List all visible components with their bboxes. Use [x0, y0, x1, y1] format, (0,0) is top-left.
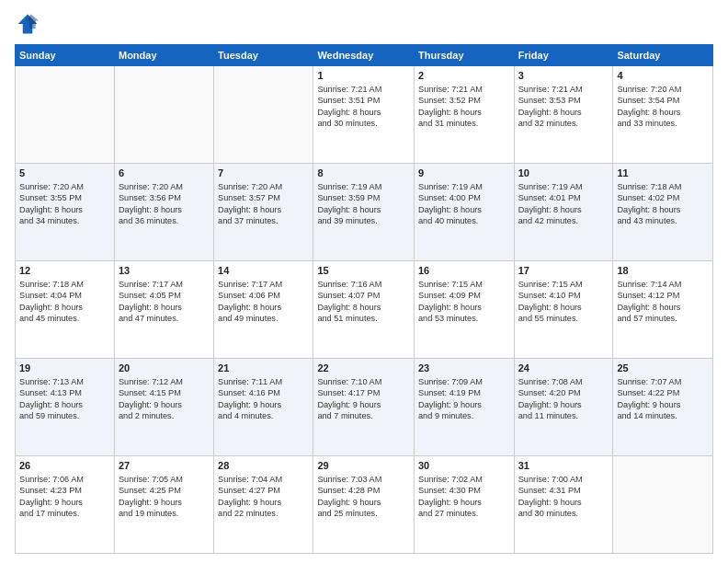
day-info: Sunrise: 7:08 AM [518, 376, 609, 387]
day-info: Daylight: 8 hours [418, 107, 510, 118]
day-cell: 14Sunrise: 7:17 AMSunset: 4:06 PMDayligh… [214, 261, 313, 359]
day-number: 15 [317, 264, 410, 278]
week-row-3: 12Sunrise: 7:18 AMSunset: 4:04 PMDayligh… [16, 261, 713, 359]
day-info: Sunset: 4:13 PM [19, 387, 110, 398]
day-number: 29 [317, 459, 410, 473]
day-header-sunday: Sunday [16, 45, 115, 66]
day-info: Sunset: 4:05 PM [119, 290, 210, 301]
day-info: Daylight: 8 hours [518, 107, 609, 118]
day-cell: 7Sunrise: 7:20 AMSunset: 3:57 PMDaylight… [214, 164, 313, 261]
day-info: and 45 minutes. [19, 313, 110, 324]
day-cell [114, 66, 213, 164]
day-number: 5 [19, 167, 110, 180]
day-cell: 2Sunrise: 7:21 AMSunset: 3:52 PMDaylight… [415, 66, 515, 164]
day-cell: 26Sunrise: 7:06 AMSunset: 4:23 PMDayligh… [16, 456, 115, 554]
day-info: Sunrise: 7:03 AM [317, 474, 410, 485]
day-info: Sunset: 4:19 PM [418, 387, 510, 398]
day-cell: 22Sunrise: 7:10 AMSunset: 4:17 PMDayligh… [313, 359, 415, 456]
day-info: Sunrise: 7:07 AM [617, 376, 709, 387]
logo [15, 11, 44, 37]
day-info: and 34 minutes. [19, 215, 110, 226]
day-header-wednesday: Wednesday [313, 45, 415, 66]
day-cell: 27Sunrise: 7:05 AMSunset: 4:25 PMDayligh… [114, 456, 213, 554]
day-number: 16 [418, 264, 510, 278]
day-header-thursday: Thursday [415, 45, 515, 66]
day-info: and 37 minutes. [218, 215, 309, 226]
day-info: Sunrise: 7:18 AM [617, 181, 709, 192]
day-number: 4 [617, 69, 709, 83]
day-number: 30 [418, 459, 510, 473]
day-info: Daylight: 8 hours [317, 107, 410, 118]
day-number: 12 [19, 264, 110, 278]
day-header-saturday: Saturday [613, 45, 713, 66]
day-info: Daylight: 8 hours [218, 302, 309, 313]
day-info: and 31 minutes. [418, 118, 510, 129]
day-info: Sunset: 3:59 PM [317, 192, 410, 203]
day-number: 14 [218, 264, 309, 278]
day-number: 10 [518, 167, 609, 180]
day-info: Sunset: 4:17 PM [317, 387, 410, 398]
day-cell [16, 66, 115, 164]
day-info: Sunrise: 7:20 AM [617, 84, 709, 95]
day-cell: 20Sunrise: 7:12 AMSunset: 4:15 PMDayligh… [114, 359, 213, 456]
day-info: and 4 minutes. [218, 410, 309, 421]
day-info: and 59 minutes. [19, 410, 110, 421]
day-cell [214, 66, 313, 164]
day-info: and 55 minutes. [518, 313, 609, 324]
day-info: Sunrise: 7:11 AM [218, 376, 309, 387]
day-info: and 17 minutes. [19, 508, 110, 519]
day-header-friday: Friday [514, 45, 613, 66]
day-cell [613, 456, 713, 554]
day-info: Daylight: 9 hours [19, 497, 110, 508]
day-info: Sunrise: 7:19 AM [518, 181, 609, 192]
day-info: and 14 minutes. [617, 410, 709, 421]
day-info: Daylight: 9 hours [218, 497, 309, 508]
day-number: 6 [119, 167, 210, 180]
day-cell: 18Sunrise: 7:14 AMSunset: 4:12 PMDayligh… [613, 261, 713, 359]
day-cell: 6Sunrise: 7:20 AMSunset: 3:56 PMDaylight… [114, 164, 213, 261]
day-info: Sunset: 4:23 PM [19, 485, 110, 496]
day-cell: 5Sunrise: 7:20 AMSunset: 3:55 PMDaylight… [16, 164, 115, 261]
day-info: Daylight: 9 hours [617, 399, 709, 410]
day-cell: 12Sunrise: 7:18 AMSunset: 4:04 PMDayligh… [16, 261, 115, 359]
day-cell: 11Sunrise: 7:18 AMSunset: 4:02 PMDayligh… [613, 164, 713, 261]
day-number: 28 [218, 459, 309, 473]
day-info: Daylight: 9 hours [218, 399, 309, 410]
day-info: Sunrise: 7:16 AM [317, 279, 410, 290]
day-info: Sunset: 4:27 PM [218, 485, 309, 496]
day-cell: 1Sunrise: 7:21 AMSunset: 3:51 PMDaylight… [313, 66, 415, 164]
day-info: Daylight: 8 hours [617, 204, 709, 215]
day-cell: 28Sunrise: 7:04 AMSunset: 4:27 PMDayligh… [214, 456, 313, 554]
calendar-table: SundayMondayTuesdayWednesdayThursdayFrid… [15, 44, 713, 554]
day-info: and 57 minutes. [617, 313, 709, 324]
day-info: Sunset: 4:20 PM [518, 387, 609, 398]
day-info: Sunrise: 7:06 AM [19, 474, 110, 485]
day-info: Sunset: 4:16 PM [218, 387, 309, 398]
day-info: Sunset: 3:52 PM [418, 95, 510, 106]
day-info: Sunset: 4:28 PM [317, 485, 410, 496]
day-info: Daylight: 8 hours [617, 302, 709, 313]
day-number: 18 [617, 264, 709, 278]
day-number: 1 [317, 69, 410, 83]
day-cell: 24Sunrise: 7:08 AMSunset: 4:20 PMDayligh… [514, 359, 613, 456]
day-info: Sunset: 4:12 PM [617, 290, 709, 301]
day-info: Sunrise: 7:04 AM [218, 474, 309, 485]
day-info: and 43 minutes. [617, 215, 709, 226]
day-cell: 17Sunrise: 7:15 AMSunset: 4:10 PMDayligh… [514, 261, 613, 359]
day-info: and 36 minutes. [119, 215, 210, 226]
day-info: and 39 minutes. [317, 215, 410, 226]
day-info: Daylight: 9 hours [518, 399, 609, 410]
day-info: Daylight: 8 hours [218, 204, 309, 215]
day-info: and 27 minutes. [418, 508, 510, 519]
day-info: Sunset: 4:04 PM [19, 290, 110, 301]
calendar-page: SundayMondayTuesdayWednesdayThursdayFrid… [0, 0, 728, 563]
day-cell: 21Sunrise: 7:11 AMSunset: 4:16 PMDayligh… [214, 359, 313, 456]
day-cell: 19Sunrise: 7:13 AMSunset: 4:13 PMDayligh… [16, 359, 115, 456]
day-info: Daylight: 8 hours [617, 107, 709, 118]
day-info: Sunrise: 7:15 AM [518, 279, 609, 290]
day-info: and 33 minutes. [617, 118, 709, 129]
day-info: Sunrise: 7:20 AM [19, 181, 110, 192]
day-info: Sunset: 3:57 PM [218, 192, 309, 203]
day-info: Sunrise: 7:20 AM [119, 181, 210, 192]
day-header-monday: Monday [114, 45, 213, 66]
